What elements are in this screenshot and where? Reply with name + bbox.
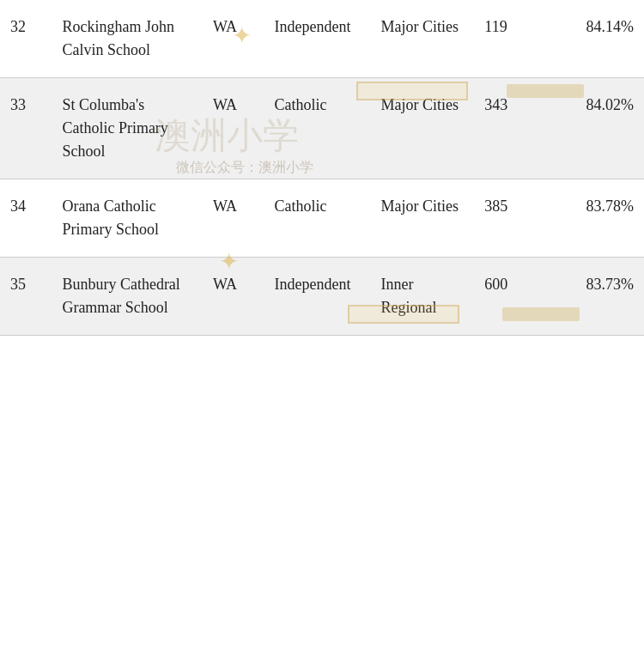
students-cell: 600 — [474, 258, 550, 336]
geolocation-cell: Major Cities — [371, 0, 475, 78]
geolocation-cell: Inner Regional — [371, 258, 475, 336]
rank-cell: 33 — [0, 78, 52, 179]
score-cell: 83.73% — [550, 258, 644, 336]
sector-cell: Independent — [264, 0, 370, 78]
school-name-cell: Rockingham John Calvin School — [52, 0, 203, 78]
rank-cell: 32 — [0, 0, 52, 78]
table-row: 35Bunbury Cathedral Grammar SchoolWAInde… — [0, 258, 644, 336]
students-cell: 343 — [474, 78, 550, 179]
state-cell: WA — [203, 78, 264, 179]
school-rankings-table: 32Rockingham John Calvin SchoolWAIndepen… — [0, 0, 644, 336]
state-cell: WA — [203, 179, 264, 258]
sector-cell: Catholic — [264, 78, 370, 179]
table-row: 33St Columba's Catholic Primary SchoolWA… — [0, 78, 644, 179]
sector-cell: Independent — [264, 258, 370, 336]
students-cell: 385 — [474, 179, 550, 258]
students-cell: 119 — [474, 0, 550, 78]
score-cell: 83.78% — [550, 179, 644, 258]
school-name-cell: St Columba's Catholic Primary School — [52, 78, 203, 179]
table-row: 32Rockingham John Calvin SchoolWAIndepen… — [0, 0, 644, 78]
state-cell: WA — [203, 258, 264, 336]
school-name-cell: Orana Catholic Primary School — [52, 179, 203, 258]
school-name-cell: Bunbury Cathedral Grammar School — [52, 258, 203, 336]
rank-cell: 34 — [0, 179, 52, 258]
state-cell: WA — [203, 0, 264, 78]
table-row: 34Orana Catholic Primary SchoolWACatholi… — [0, 179, 644, 258]
table-container: ✦ ✦ ✦ 澳洲小学 澳洲小学 澳洲小学 微信公众号：澳洲小学 微信公众号：澳洲… — [0, 0, 644, 336]
score-cell: 84.02% — [550, 78, 644, 179]
geolocation-cell: Major Cities — [371, 78, 475, 179]
sector-cell: Catholic — [264, 179, 370, 258]
score-cell: 84.14% — [550, 0, 644, 78]
rank-cell: 35 — [0, 258, 52, 336]
geolocation-cell: Major Cities — [371, 179, 475, 258]
